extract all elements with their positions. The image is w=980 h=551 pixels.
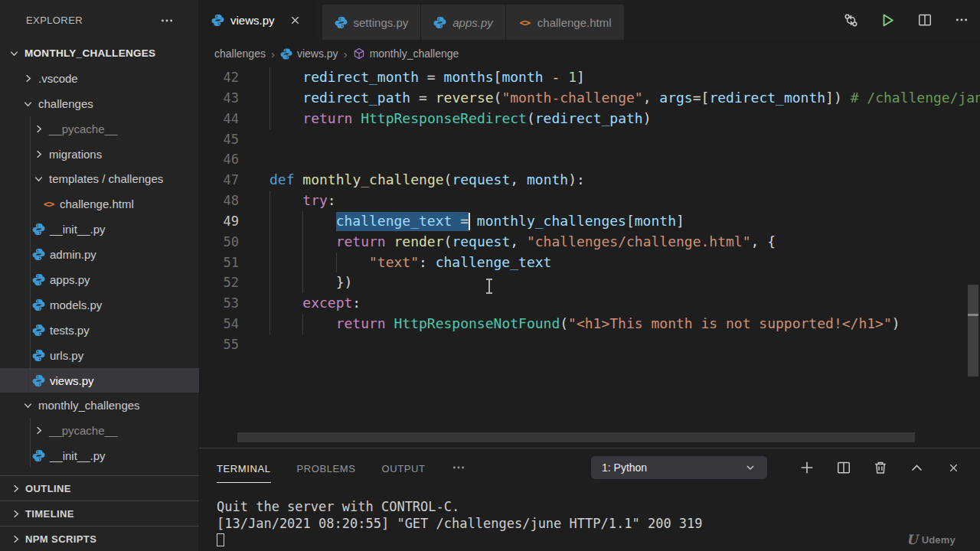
panel-more-icon[interactable]	[452, 461, 467, 474]
line-number: 49	[199, 211, 239, 232]
code-line-content: return HttpResponseRedirect(redirect_pat…	[270, 109, 980, 129]
line-number: 52	[199, 272, 239, 293]
code-text: redirect_path = reverse("month-challenge…	[270, 90, 980, 106]
python-file-icon	[32, 223, 45, 236]
open-changes-icon[interactable]	[843, 12, 859, 28]
tree-item-label: challenges	[38, 97, 93, 110]
tree-item--vscode[interactable]: .vscode	[0, 66, 199, 91]
split-editor-icon[interactable]	[916, 12, 933, 28]
code-line-43[interactable]: 43redirect_path = reverse("month-challen…	[199, 88, 980, 109]
new-terminal-icon[interactable]	[799, 460, 815, 476]
close-icon[interactable]	[289, 13, 302, 27]
tab-settings-py[interactable]: settings.py	[322, 5, 422, 40]
breadcrumb-item-views-py[interactable]: views.py	[280, 47, 338, 60]
code-line-52[interactable]: 52})	[199, 272, 980, 293]
section-label: TIMELINE	[25, 508, 74, 520]
line-number: 45	[199, 129, 239, 150]
breadcrumb-item-challenges[interactable]: challenges	[214, 47, 266, 60]
section-label: OUTLINE	[25, 483, 71, 494]
sidebar-section-timeline[interactable]: TIMELINE	[0, 500, 199, 526]
breadcrumb-label: monthly_challenge	[370, 47, 459, 60]
tree-item-label: __init__.py	[50, 223, 106, 236]
breadcrumb-item-monthly-challenge[interactable]: monthly_challenge	[353, 47, 459, 60]
python-file-icon	[433, 16, 446, 29]
udemy-label: Udemy	[922, 534, 956, 546]
sidebar-section-npm-scripts[interactable]: NPM SCRIPTS	[0, 526, 199, 551]
python-file-icon	[280, 47, 292, 60]
code-text: try:	[270, 192, 336, 208]
sidebar-section-outline[interactable]: OUTLINE	[0, 475, 199, 500]
panel-tab-output[interactable]: OUTPUT	[382, 452, 426, 483]
code-line-44[interactable]: 44return HttpResponseRedirect(redirect_p…	[199, 109, 980, 129]
code-line-46[interactable]: 46	[199, 149, 980, 170]
code-text: "text": challenge_text	[270, 254, 551, 270]
udemy-logo-icon: U	[906, 532, 918, 547]
panel-tab-terminal[interactable]: TERMINAL	[217, 452, 271, 483]
run-python-file-icon[interactable]	[880, 12, 896, 28]
code-line-50[interactable]: 50return render(request, "challenges/cha…	[199, 232, 980, 253]
editor-vertical-scrollbar[interactable]	[968, 285, 978, 377]
explorer-sidebar: EXPLORER MONTHLY_CHALLENGES.vscodechalle…	[0, 0, 199, 551]
split-terminal-icon[interactable]	[835, 460, 851, 476]
code-line-51[interactable]: 51"text": challenge_text	[199, 253, 980, 273]
explorer-more-actions-icon[interactable]	[159, 13, 175, 28]
tree-indent-guide	[30, 116, 31, 392]
tab-challenge-html[interactable]: <>challenge.html	[506, 5, 625, 40]
code-editor[interactable]: 42redirect_month = months[month - 1]43re…	[199, 67, 980, 431]
chevron-right-icon	[9, 533, 21, 545]
python-file-icon	[32, 374, 45, 387]
tree-item-label: urls.py	[50, 349, 83, 362]
code-line-55[interactable]: 55	[199, 334, 980, 355]
python-file-icon	[211, 14, 224, 27]
terminal-cursor	[217, 533, 224, 546]
editor-horizontal-scrollbar[interactable]	[237, 432, 915, 442]
code-line-49[interactable]: 49challenge_text = monthly_challenges[mo…	[199, 211, 980, 232]
more-actions-icon[interactable]	[953, 12, 969, 28]
code-line-45[interactable]: 45	[199, 129, 980, 150]
maximize-panel-icon[interactable]	[909, 460, 925, 476]
chevron-right-icon	[32, 148, 44, 160]
chevron-right-icon	[9, 482, 21, 494]
python-file-icon	[32, 248, 45, 261]
tree-item-partial[interactable]	[0, 468, 199, 475]
panel-tab-problems[interactable]: PROBLEMS	[297, 452, 356, 483]
vscode-window: EXPLORER MONTHLY_CHALLENGES.vscodechalle…	[0, 0, 980, 551]
line-number: 47	[199, 170, 239, 191]
tree-item-monthly-challenges[interactable]: MONTHLY_CHALLENGES	[0, 41, 199, 66]
chevron-down-icon	[32, 173, 44, 185]
terminal-output: Quit the server with CONTROL-C.[13/Jan/2…	[217, 499, 975, 546]
line-number: 50	[199, 232, 239, 253]
code-line-content: return HttpResponseNotFound("<h1>This mo…	[270, 314, 980, 334]
tree-item-monthly-challenges[interactable]: monthly_challenges	[0, 393, 199, 418]
code-text: challenge_text = monthly_challenges[mont…	[270, 213, 684, 229]
panel-controls: 1: Python	[591, 456, 962, 479]
tree-item-label: templates / challenges	[49, 172, 163, 185]
code-line-53[interactable]: 53except:	[199, 293, 980, 314]
breadcrumb: challenges›views.py›monthly_challenge	[199, 40, 980, 67]
code-line-content: "text": challenge_text	[270, 253, 980, 273]
tree-item-label: migrations	[49, 148, 102, 161]
code-line-42[interactable]: 42redirect_month = months[month - 1]	[199, 67, 980, 88]
close-panel-icon[interactable]	[946, 460, 962, 476]
tree-item-challenges[interactable]: challenges	[0, 91, 199, 116]
terminal-select-value: 1: Python	[602, 461, 742, 474]
code-line-content: redirect_path = reverse("month-challenge…	[270, 88, 980, 109]
tree-item-label: .vscode	[38, 72, 78, 85]
tab-apps-py[interactable]: apps.py	[421, 5, 506, 40]
code-line-48[interactable]: 48try:	[199, 191, 980, 211]
tab-views-py[interactable]: views.py	[199, 0, 315, 40]
code-line-54[interactable]: 54return HttpResponseNotFound("<h1>This …	[199, 314, 980, 334]
terminal-line: Quit the server with CONTROL-C.	[217, 499, 975, 516]
chevron-down-icon	[742, 460, 758, 476]
explorer-title: EXPLORER	[26, 15, 83, 26]
breadcrumb-label: challenges	[214, 47, 266, 60]
explorer-header: EXPLORER	[0, 0, 199, 41]
tree-item-label: tests.py	[50, 324, 90, 337]
overview-ruler-mark	[968, 314, 978, 316]
code-line-47[interactable]: 47def monthly_challenge(request, month):	[199, 170, 980, 191]
kill-terminal-icon[interactable]	[872, 460, 888, 476]
code-text: return render(request, "challenges/chall…	[270, 233, 776, 249]
tree-item-label: MONTHLY_CHALLENGES	[24, 47, 155, 59]
mouse-cursor	[488, 280, 490, 292]
terminal-select-dropdown[interactable]: 1: Python	[591, 456, 767, 479]
